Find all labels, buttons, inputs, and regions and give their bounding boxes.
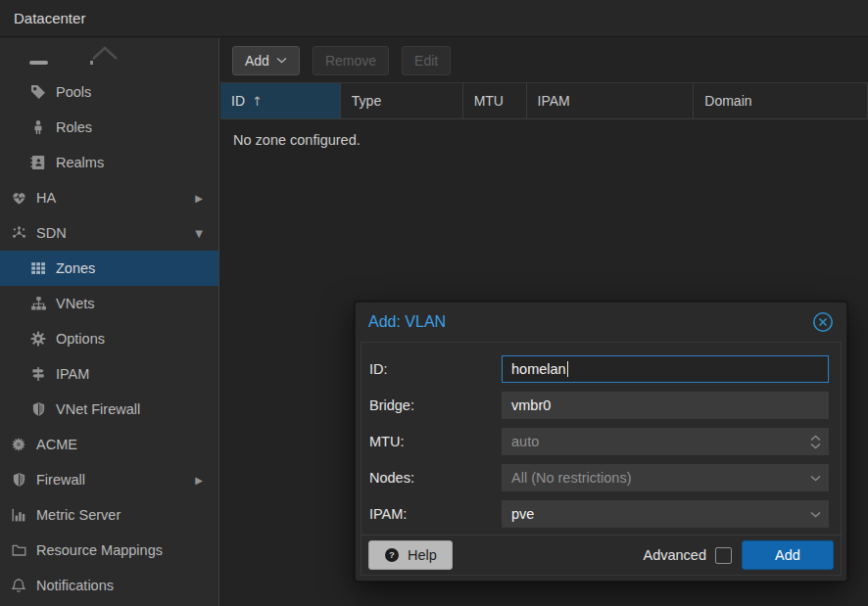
caret-right-icon[interactable]: ▶ bbox=[195, 475, 203, 486]
help-button-label: Help bbox=[408, 547, 437, 563]
folder-icon bbox=[10, 542, 27, 558]
sidebar-item-label: HA bbox=[36, 190, 56, 206]
caret-right-icon[interactable]: ▶ bbox=[195, 193, 203, 204]
network-icon bbox=[10, 225, 27, 241]
chevron-up-icon[interactable] bbox=[810, 435, 821, 442]
nodes-select[interactable]: All (No restrictions) bbox=[502, 464, 829, 491]
sidebar-item-acme[interactable]: ACME bbox=[0, 427, 218, 462]
form-row-ipam: IPAM:pve bbox=[369, 500, 829, 528]
sidebar-item-ha[interactable]: HA▶ bbox=[0, 180, 218, 215]
sidebar-item-label: Realms bbox=[56, 155, 104, 170]
help-button[interactable]: ? Help bbox=[368, 540, 453, 570]
close-icon[interactable] bbox=[812, 311, 834, 333]
column-header-mtu[interactable]: MTU bbox=[463, 83, 527, 118]
gear-icon bbox=[29, 331, 47, 347]
mtu-placeholder: auto bbox=[511, 434, 539, 449]
column-header-ipam[interactable]: IPAM bbox=[527, 83, 695, 118]
sidebar-item-label: Resource Mappings bbox=[36, 542, 163, 558]
sidebar: PoolsRolesRealmsHA▶SDN▼ZonesVNetsOptions… bbox=[0, 38, 219, 606]
form-row-id: ID:homelan bbox=[369, 355, 829, 383]
sidebar-item-label: Firewall bbox=[36, 472, 85, 488]
add-button[interactable]: Add bbox=[232, 46, 300, 75]
table-empty-text: No zone configured. bbox=[220, 119, 868, 161]
column-header-label: ID bbox=[231, 93, 245, 109]
page-title: Datacenter bbox=[14, 10, 85, 26]
tag-icon bbox=[29, 84, 47, 100]
dropdown-trigger[interactable] bbox=[810, 465, 821, 490]
sidebar-item-options[interactable]: Options bbox=[0, 321, 218, 356]
caret-down-icon[interactable]: ▼ bbox=[195, 228, 203, 239]
spinner-buttons[interactable] bbox=[810, 429, 821, 454]
sidebar-item-label: Zones bbox=[56, 260, 95, 276]
sidebar-item-label: VNet Firewall bbox=[56, 401, 140, 417]
nodes-placeholder: All (No restrictions) bbox=[511, 470, 631, 486]
column-header-type[interactable]: Type bbox=[341, 83, 463, 118]
ipam-select[interactable]: pve bbox=[502, 500, 829, 528]
add-vlan-dialog: Add: VLAN ID:homelanBridge:vmbr0MTU:auto… bbox=[355, 302, 847, 582]
sidebar-item-notifications[interactable]: Notifications bbox=[0, 568, 218, 603]
id-value: homelan bbox=[511, 361, 566, 377]
dropdown-trigger[interactable] bbox=[810, 501, 821, 527]
mtu-input[interactable]: auto bbox=[502, 428, 829, 455]
column-header-label: Type bbox=[352, 93, 381, 109]
dialog-form: ID:homelanBridge:vmbr0MTU:autoNodes:All … bbox=[361, 342, 842, 541]
table-header: ID↑TypeMTUIPAMDomain bbox=[220, 83, 868, 119]
shield-icon bbox=[10, 472, 27, 488]
certificate-icon bbox=[10, 437, 27, 452]
map-signs-icon bbox=[29, 366, 47, 382]
sidebar-item-ipam[interactable]: IPAM bbox=[0, 356, 218, 392]
sidebar-item-label: ACME bbox=[36, 437, 77, 452]
shield-icon bbox=[29, 401, 47, 417]
sidebar-item-label: Roles bbox=[56, 119, 92, 135]
toolbar: AddRemoveEdit bbox=[220, 38, 868, 83]
column-header-label: IPAM bbox=[538, 93, 570, 109]
id-field-label: ID: bbox=[369, 361, 502, 377]
chevron-down-icon bbox=[810, 511, 821, 518]
chevron-down-icon bbox=[810, 475, 821, 482]
sidebar-item-roles[interactable]: Roles bbox=[0, 110, 218, 145]
sidebar-item-label: Options bbox=[56, 331, 105, 347]
sidebar-item-pools[interactable]: Pools bbox=[0, 74, 218, 110]
sidebar-nav: PoolsRolesRealmsHA▶SDN▼ZonesVNetsOptions… bbox=[0, 74, 218, 603]
sidebar-item-vnets[interactable]: VNets bbox=[0, 286, 218, 321]
chevron-down-icon bbox=[276, 57, 287, 64]
sidebar-scroll-indicator[interactable] bbox=[0, 38, 218, 74]
chevron-up-icon bbox=[90, 45, 120, 62]
form-row-nodes: Nodes:All (No restrictions) bbox=[369, 464, 829, 491]
sort-ascending-icon: ↑ bbox=[252, 94, 263, 109]
sidebar-item-realms[interactable]: Realms bbox=[0, 145, 218, 180]
nodes-field-label: Nodes: bbox=[369, 470, 502, 486]
chevron-down-icon[interactable] bbox=[810, 443, 821, 449]
top-bar: Datacenter bbox=[0, 0, 868, 37]
address-book-icon bbox=[29, 155, 47, 170]
sidebar-item-vnet-firewall[interactable]: VNet Firewall bbox=[0, 392, 218, 427]
sidebar-item-metric-server[interactable]: Metric Server bbox=[0, 497, 218, 533]
user-icon bbox=[29, 119, 47, 135]
heartbeat-icon bbox=[10, 190, 27, 206]
add-submit-button[interactable]: Add bbox=[742, 540, 834, 570]
grid-icon bbox=[29, 260, 47, 276]
sidebar-item-label: Notifications bbox=[36, 578, 114, 593]
dialog-title: Add: VLAN bbox=[368, 313, 446, 331]
text-cursor bbox=[567, 361, 569, 377]
sidebar-item-resource-mappings[interactable]: Resource Mappings bbox=[0, 533, 218, 568]
bridge-input[interactable]: vmbr0 bbox=[502, 392, 829, 419]
sidebar-item-firewall[interactable]: Firewall▶ bbox=[0, 462, 218, 497]
dialog-header[interactable]: Add: VLAN bbox=[356, 303, 846, 342]
sidebar-item-label: VNets bbox=[56, 296, 95, 311]
sidebar-item-zones[interactable]: Zones bbox=[0, 251, 218, 286]
ipam-value: pve bbox=[511, 506, 534, 522]
column-header-domain[interactable]: Domain bbox=[694, 83, 868, 118]
mtu-field-label: MTU: bbox=[369, 434, 502, 449]
add-button-label: Add bbox=[245, 53, 269, 69]
bar-chart-icon bbox=[10, 507, 27, 523]
sidebar-item-sdn[interactable]: SDN▼ bbox=[0, 215, 218, 251]
sidebar-item-label: Pools bbox=[56, 84, 91, 100]
id-input[interactable]: homelan bbox=[502, 355, 829, 383]
advanced-checkbox[interactable] bbox=[715, 547, 732, 564]
bell-icon bbox=[10, 578, 27, 593]
bridge-field-label: Bridge: bbox=[369, 397, 502, 413]
sidebar-item-label: SDN bbox=[36, 225, 67, 241]
column-header-id[interactable]: ID↑ bbox=[220, 83, 341, 118]
form-row-bridge: Bridge:vmbr0 bbox=[369, 392, 829, 419]
